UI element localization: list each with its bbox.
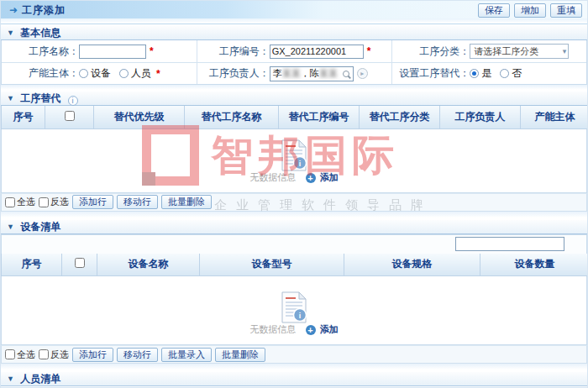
process-no-label: 工序编号： — [197, 45, 270, 59]
batch-delete-button[interactable]: 批量删除 — [161, 195, 212, 209]
col-manager: 工序负责人 — [440, 106, 521, 128]
category-select[interactable]: 请选择工序分类 ▾ — [470, 44, 569, 59]
svg-text:i: i — [299, 159, 302, 167]
radio-yes-icon[interactable] — [470, 69, 479, 78]
select-person-icon[interactable]: ▸ — [357, 68, 368, 79]
substitute-option-no[interactable]: 否 — [500, 66, 522, 81]
reset-button[interactable]: 重填 — [550, 3, 582, 18]
select-all-checkbox[interactable] — [5, 197, 15, 207]
radio-person-icon[interactable] — [119, 69, 129, 78]
no-data-document-icon: i — [280, 291, 308, 323]
save-button[interactable]: 保存 — [478, 3, 510, 18]
col-equip-name: 设备名称 — [97, 254, 200, 276]
col-equip-spec: 设备规格 — [344, 254, 480, 276]
collapse-triangle-icon: ▼ — [7, 92, 14, 106]
batch-delete-button[interactable]: 批量删除 — [215, 348, 265, 362]
col-priority: 替代优先级 — [94, 106, 185, 128]
section-basic-info-title: 基本信息 — [20, 27, 60, 39]
equipment-table-body: i 无数据信息 + 添加 — [1, 276, 587, 345]
process-name-label: 工序名称： — [2, 45, 79, 59]
col-sub-no: 替代工序编号 — [279, 106, 360, 128]
equipment-table-footer: 全选 反选 添加行 移动行 批量录入 批量删除 — [1, 345, 587, 364]
equipment-table: 序号 设备名称 设备型号 设备规格 设备数量 — [1, 254, 588, 277]
radio-no-icon[interactable] — [500, 69, 509, 78]
select-all-checkbox[interactable] — [5, 349, 15, 359]
required-asterisk: * — [150, 45, 154, 57]
page-title: 工序添加 — [22, 3, 66, 18]
add-row-link[interactable]: 添加 — [320, 324, 339, 334]
process-no-input[interactable] — [270, 45, 364, 59]
add-row-icon[interactable]: + — [306, 173, 316, 183]
invert-select-label[interactable]: 反选 — [39, 349, 69, 361]
substitute-label: 设置工序替代： — [392, 66, 470, 81]
col-sub-category: 替代工序分类 — [360, 106, 440, 128]
no-data-text: 无数据信息 — [249, 172, 296, 182]
substitute-table: 序号 替代优先级 替代工序名称 替代工序编号 替代工序分类 工序负责人 产能主体 — [1, 106, 588, 129]
col-equip-model: 设备型号 — [200, 254, 344, 276]
col-checkbox — [62, 254, 97, 276]
section-personnel-header[interactable]: ▼ 人员清单 — [1, 372, 587, 386]
category-selected-value: 请选择工序分类 — [474, 45, 538, 58]
substitute-table-body: i 无数据信息 + 添加 — [1, 129, 587, 193]
move-row-button[interactable]: 移动行 — [117, 195, 158, 209]
required-asterisk: * — [156, 68, 160, 80]
col-seq: 序号 — [2, 106, 45, 128]
info-icon[interactable]: i — [68, 96, 78, 106]
capacity-label: 产能主体： — [2, 66, 79, 81]
title-bar: ➜ 工序添加 保存 增加 重填 — [1, 1, 587, 19]
radio-equipment-icon[interactable] — [79, 69, 88, 78]
process-name-input[interactable] — [79, 45, 146, 59]
add-row-icon[interactable]: + — [306, 325, 316, 335]
chevron-down-icon: ▾ — [563, 47, 567, 55]
category-label: 工序分类： — [392, 45, 470, 59]
collapse-triangle-icon: ▼ — [7, 372, 14, 386]
add-row-button[interactable]: 添加行 — [72, 348, 113, 362]
section-substitute-title: 工序替代 — [20, 92, 60, 104]
manager-label: 工序负责人： — [197, 66, 270, 81]
search-icon[interactable] — [343, 71, 350, 78]
no-data-text: 无数据信息 — [249, 324, 296, 334]
title-arrow-icon: ➜ — [9, 4, 18, 16]
select-all-checkbox[interactable] — [65, 111, 75, 121]
no-data-document-icon: i — [280, 139, 308, 171]
capacity-option-person[interactable]: 人员 — [119, 66, 151, 81]
empty-state: i 无数据信息 + 添加 — [2, 291, 586, 338]
collapse-triangle-icon: ▼ — [7, 220, 14, 234]
capacity-option-equipment[interactable]: 设备 — [79, 66, 111, 81]
svg-text:i: i — [299, 312, 302, 320]
col-seq: 序号 — [2, 254, 62, 276]
col-equip-qty: 设备数量 — [480, 254, 588, 276]
select-all-label[interactable]: 全选 — [5, 349, 35, 361]
equipment-filter-row — [1, 234, 587, 254]
section-equipment-title: 设备清单 — [20, 221, 60, 233]
add-row-link[interactable]: 添加 — [320, 172, 339, 182]
add-row-button[interactable]: 添加行 — [72, 195, 113, 209]
select-all-label[interactable]: 全选 — [5, 196, 35, 208]
equipment-filter-input[interactable] — [455, 237, 564, 251]
collapse-triangle-icon: ▼ — [7, 26, 14, 40]
section-equipment-header[interactable]: ▼ 设备清单 — [1, 220, 587, 234]
add-button[interactable]: 增加 — [514, 3, 546, 18]
section-personnel-title: 人员清单 — [20, 373, 60, 385]
invert-select-label[interactable]: 反选 — [39, 196, 69, 208]
col-sub-name: 替代工序名称 — [185, 106, 279, 128]
substitute-table-footer: 全选 反选 添加行 移动行 批量删除 — [1, 193, 587, 212]
move-row-button[interactable]: 移动行 — [117, 348, 158, 362]
batch-entry-button[interactable]: 批量录入 — [161, 348, 212, 362]
process-add-page: ➜ 工序添加 保存 增加 重填 ▼ 基本信息 工序名称： * 工序编号： — [0, 0, 588, 388]
invert-select-checkbox[interactable] — [39, 197, 49, 207]
redacted-name: 某某 — [319, 67, 338, 80]
select-all-checkbox[interactable] — [75, 258, 85, 268]
redacted-name: 某某 — [282, 67, 301, 80]
col-checkbox — [45, 106, 94, 128]
invert-select-checkbox[interactable] — [39, 349, 49, 359]
basic-info-form: 工序名称： * 工序编号： * 工序分类： 请选择工序分类 ▾ — [1, 40, 587, 85]
required-asterisk: * — [367, 45, 371, 57]
section-basic-info-header[interactable]: ▼ 基本信息 — [1, 26, 587, 40]
manager-input[interactable]: 李 某某 ，陈 某某 — [270, 66, 354, 81]
section-substitute-header[interactable]: ▼ 工序替代 i — [1, 92, 587, 106]
substitute-option-yes[interactable]: 是 — [470, 66, 491, 81]
col-capacity: 产能主体 — [521, 106, 588, 128]
empty-state: i 无数据信息 + 添加 — [2, 139, 586, 186]
titlebar-buttons: 保存 增加 重填 — [478, 3, 582, 18]
